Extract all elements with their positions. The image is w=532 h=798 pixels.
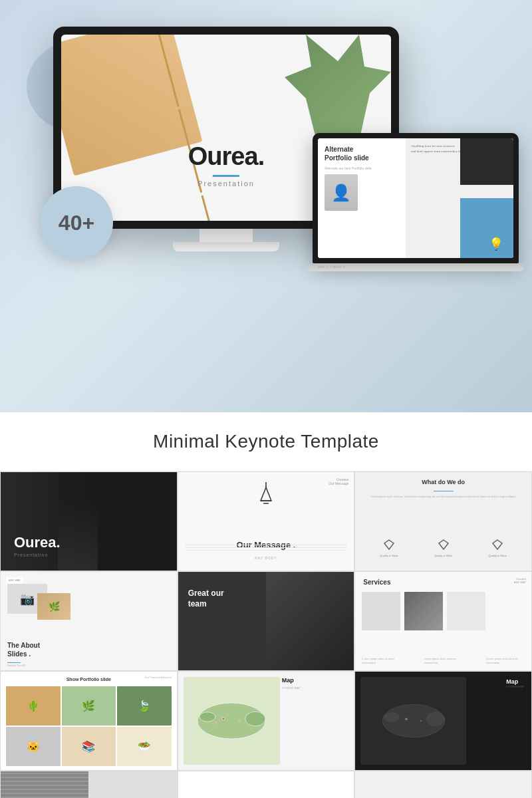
- lamp-icon: 💡: [489, 237, 503, 251]
- s5-person-silhouette: [266, 572, 354, 670]
- svg-point-9: [245, 712, 265, 726]
- s6-cap1: Lorem ipsum dolor sit amet consectetur: [362, 657, 400, 665]
- svg-point-16: [405, 718, 407, 720]
- laptop-screen: Alternate Portfolio slide Alternate our …: [318, 138, 513, 258]
- diamond-icon-2: [434, 539, 453, 553]
- s9-map-label-area: Map STORIGE MAP: [506, 678, 525, 688]
- notebook-line: [155, 35, 180, 107]
- svg-marker-1: [261, 487, 271, 501]
- s9-storige: STORIGE MAP: [506, 685, 525, 688]
- notebook-lines: [155, 35, 249, 221]
- svg-point-17: [420, 720, 422, 722]
- slide-minimal-person[interactable]: minimal MINIMAL2019 2019: [0, 771, 178, 798]
- slide-empty-2: [354, 771, 532, 798]
- s2-lamp-icon: [258, 482, 274, 511]
- svg-marker-5: [439, 540, 448, 549]
- bottom-slides-row: minimal MINIMAL2019 2019: [0, 771, 532, 798]
- slide-5-team[interactable]: Great our team: [178, 571, 355, 671]
- s3-divider: [434, 491, 454, 491]
- s5-person-img: [266, 572, 354, 670]
- laptop-blue-panel: 💡: [460, 198, 513, 258]
- slide-9-dark-map[interactable]: Map STORIGE MAP: [354, 671, 532, 771]
- svg-point-15: [426, 712, 445, 726]
- laptop-slide-sub: Alternate our best Portfolio slide: [325, 166, 399, 170]
- person-icon: 👤: [331, 184, 351, 202]
- slide-notebook-bg: [61, 35, 202, 176]
- s7-cell-4: 🐱: [6, 727, 61, 766]
- s8-map-area: [184, 677, 281, 765]
- laptop-slide-title: Alternate Portfolio slide: [325, 145, 399, 162]
- diamond-icon-3: [488, 539, 507, 553]
- s7-title: Show Portfolio slide: [66, 677, 111, 682]
- laptop-right-panel: 💡 Anything from for non-creatives and do…: [406, 138, 513, 258]
- laptop: Alternate Portfolio slide Alternate our …: [313, 133, 519, 271]
- s2-line1: [185, 545, 348, 545]
- slide-2-message[interactable]: Creative Our Message Our Message . ANY B…: [178, 471, 355, 571]
- svg-point-12: [215, 722, 216, 724]
- page-title: Minimal Keynote Template: [13, 431, 519, 452]
- s3-icon-1: Quality is Value: [380, 539, 398, 557]
- slide-1-dark[interactable]: Ourea. Presentation: [0, 471, 178, 571]
- s6-img3: [447, 592, 485, 630]
- slide-title-area: Ourea. Presentation: [188, 142, 264, 188]
- slide-underline: [213, 175, 239, 177]
- slides-grid: Ourea. Presentation Creative Our Message…: [0, 471, 532, 771]
- s3-icon-3: Quality is Value: [488, 539, 507, 557]
- s6-captions: Lorem ipsum dolor sit amet consectetur L…: [362, 657, 525, 665]
- s3-label-2: Quality is Value: [434, 554, 453, 557]
- slide-3-whatwedo[interactable]: What do We do Lorem ipsum dolor sit amet…: [354, 471, 532, 571]
- slide-8-map[interactable]: Map STORIGE MAP: [178, 671, 355, 771]
- s3-desc: Lorem ipsum dolor sit amet, consectetur …: [368, 495, 518, 499]
- s1-title-text: Ourea.: [14, 534, 61, 551]
- monitor-stand: [200, 229, 253, 242]
- s2-label: Creative Our Message: [329, 477, 348, 485]
- diamond-icon-1: [380, 539, 398, 553]
- s3-icons-row: Quality is Value Quality is Value Qualit…: [355, 539, 531, 557]
- s4-img2: 🌿: [37, 593, 70, 620]
- svg-marker-4: [384, 540, 394, 549]
- s8-label: STORIGE MAP: [282, 686, 349, 691]
- s2-line2: [185, 547, 348, 548]
- s6-cap2: Lorem ipsum dolor sit amet consectetur: [424, 657, 463, 665]
- s4-title: The About Slides .: [7, 641, 40, 658]
- slide-7-portfolio[interactable]: Show Portfolio slide Our Featured Artwor…: [0, 671, 178, 771]
- slide-empty-1: [178, 771, 355, 798]
- s7-cell-2: 🌿: [62, 686, 116, 726]
- s7-cell-5: 📚: [62, 727, 116, 766]
- monitor-base: [173, 242, 279, 251]
- svg-point-10: [223, 718, 225, 720]
- svg-marker-6: [493, 540, 502, 549]
- s5-title: Great our team: [188, 589, 224, 609]
- s6-img1: [362, 592, 400, 630]
- slide-plant: [285, 35, 391, 141]
- s6-cap3: Lorem ipsum dolor sit amet consectetur: [486, 657, 525, 665]
- s9-us-map: [360, 677, 466, 765]
- svg-point-14: [384, 713, 399, 722]
- s3-icon-2: Quality is Value: [434, 539, 453, 557]
- s1-subtitle: Presentation: [14, 553, 61, 557]
- svg-point-8: [200, 712, 215, 722]
- s6-img2: [404, 592, 443, 630]
- s6-label: Creative ANY WAY: [514, 577, 526, 584]
- s8-title: Map: [282, 677, 349, 684]
- s8-map-us: [184, 677, 281, 765]
- s7-cell-6: 🥗: [117, 727, 172, 766]
- s2-line3: [185, 550, 348, 551]
- laptop-bezel: Alternate Portfolio slide Alternate our …: [313, 133, 519, 263]
- s1-silhouette: [58, 472, 98, 571]
- laptop-left-panel: Alternate Portfolio slide Alternate our …: [318, 138, 406, 258]
- slide-subtitle: Presentation: [188, 180, 264, 188]
- slide-4-about[interactable]: ANY WAY 📷 🌿 The About Slides . Sample Te…: [0, 571, 178, 671]
- svg-point-11: [239, 720, 240, 722]
- s3-label-3: Quality is Value: [488, 554, 507, 557]
- s4-sub: Sample Text 01: [7, 664, 26, 667]
- s9-map-title: Map: [506, 678, 525, 685]
- title-section: Minimal Keynote Template: [0, 412, 532, 471]
- laptop-person-img: 👤: [325, 174, 358, 211]
- s5-person-area: [178, 572, 266, 670]
- notebook-line: [201, 195, 225, 221]
- minimal-person-img: [1, 771, 88, 798]
- s7-featured: Our Featured Artworks: [144, 676, 171, 679]
- s7-grid: 🌵 🌿 🍃 🐱 📚 🥗: [6, 686, 172, 766]
- slide-6-services[interactable]: Services Creative ANY WAY Lorem ipsum do…: [354, 571, 532, 671]
